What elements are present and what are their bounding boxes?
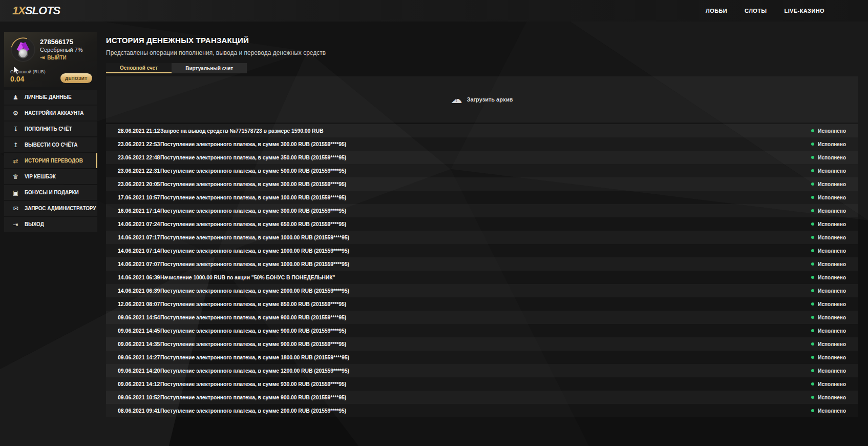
sidebar-item-account-settings[interactable]: ⚙ НАСТРОЙКИ АККАУНТА xyxy=(4,106,97,120)
transaction-description: Поступление электронного платежа, в сумм… xyxy=(160,368,811,374)
transaction-status: Исполнено xyxy=(811,208,858,214)
transaction-description: Поступление электронного платежа, в сумм… xyxy=(160,181,811,187)
transaction-date: 14.06.2021 07:07 xyxy=(118,261,160,267)
transaction-row: 08.06.2021 09:41 Поступление электронног… xyxy=(106,404,858,417)
status-dot-icon xyxy=(811,369,814,372)
transaction-date: 12.06.2021 08:07 xyxy=(118,301,160,307)
transaction-description: Поступление электронного платежа, в сумм… xyxy=(160,141,811,147)
transfer-icon: ⇄ xyxy=(11,157,20,165)
transaction-description: Поступление электронного платежа, в сумм… xyxy=(160,248,811,254)
status-dot-icon xyxy=(811,382,814,386)
deposit-button[interactable]: ДЕПОЗИТ xyxy=(60,73,92,83)
transaction-status: Исполнено xyxy=(811,155,858,160)
transaction-status: Исполнено xyxy=(811,195,858,200)
transaction-status: Исполнено xyxy=(811,301,858,307)
status-dot-icon xyxy=(811,289,814,292)
nav-item-lobby[interactable]: ЛОББИ xyxy=(706,8,727,14)
archive-panel: ☁↓ Загрузить архив xyxy=(106,76,858,123)
tab-main-account[interactable]: Основной счет xyxy=(106,63,172,73)
transaction-row: 23.06.2021 22:48 Поступление электронног… xyxy=(106,151,858,164)
status-dot-icon xyxy=(811,236,814,239)
transaction-date: 09.06.2021 14:20 xyxy=(118,368,160,374)
transaction-row: 14.06.2021 06:39 Поступление электронног… xyxy=(106,284,858,297)
transaction-date: 09.06.2021 14:27 xyxy=(118,354,160,360)
transaction-description: Поступление электронного платежа, в сумм… xyxy=(160,341,811,347)
sidebar-item-personal-data[interactable]: ♟ ЛИЧНЫЕ ДАННЫЕ xyxy=(4,90,97,105)
transaction-status: Исполнено xyxy=(811,248,858,254)
nav-item-live-casino[interactable]: LIVE-КАЗИНО xyxy=(785,8,824,14)
transaction-date: 09.06.2021 14:45 xyxy=(118,328,160,334)
transaction-status: Исполнено xyxy=(811,328,858,334)
sidebar-item-admin-request[interactable]: ✉ ЗАПРОС АДМИНИСТРАТОРУ xyxy=(4,201,97,216)
site-logo[interactable]: 1XSLOTS xyxy=(12,4,60,17)
transaction-date: 14.06.2021 06:39 xyxy=(118,288,160,294)
transaction-status: Исполнено xyxy=(811,261,858,267)
status-dot-icon xyxy=(811,316,814,319)
transaction-description: Поступление электронного платежа, в сумм… xyxy=(160,394,811,400)
sidebar-item-logout[interactable]: ⇥ ВЫХОД xyxy=(4,217,97,232)
transaction-date: 09.06.2021 14:35 xyxy=(118,341,160,347)
status-dot-icon xyxy=(811,143,814,146)
transaction-date: 09.06.2021 10:52 xyxy=(118,394,160,400)
transaction-description: Поступление электронного платежа, в сумм… xyxy=(160,408,811,414)
status-dot-icon xyxy=(811,183,814,186)
transaction-description: Поступление электронного платежа, в сумм… xyxy=(160,168,811,174)
transaction-description: Поступление электронного платежа, в сумм… xyxy=(160,381,811,387)
transaction-description: Поступление электронного платежа, в сумм… xyxy=(160,354,811,360)
archive-label: Загрузить архив xyxy=(467,96,513,103)
transaction-status: Исполнено xyxy=(811,141,858,147)
user-icon: ♟ xyxy=(11,94,20,101)
gear-icon: ⚙ xyxy=(11,110,20,117)
sidebar-item-bonuses[interactable]: ▣ БОНУСЫ И ПОДАРКИ xyxy=(4,185,97,200)
transaction-row: 14.06.2021 07:24 Поступление электронног… xyxy=(106,217,858,231)
transaction-row: 17.06.2021 10:57 Поступление электронног… xyxy=(106,191,858,204)
transaction-date: 09.06.2021 14:54 xyxy=(118,314,160,320)
transaction-status: Исполнено xyxy=(811,221,858,227)
status-dot-icon xyxy=(811,196,814,199)
transaction-row: 14.06.2021 06:39 Начисление 1000.00 RUB … xyxy=(106,271,858,284)
status-dot-icon xyxy=(811,222,814,226)
transaction-row: 14.06.2021 07:14 Поступление электронног… xyxy=(106,244,858,257)
status-dot-icon xyxy=(811,249,814,252)
sidebar-item-withdraw[interactable]: ↥ ВЫВЕСТИ СО СЧЁТА xyxy=(4,137,97,152)
transaction-description: Поступление электронного платежа, в сумм… xyxy=(160,221,811,227)
status-dot-icon xyxy=(811,156,814,159)
transaction-status: Исполнено xyxy=(811,181,858,187)
sidebar-menu: ♟ ЛИЧНЫЕ ДАННЫЕ ⚙ НАСТРОЙКИ АККАУНТА ↧ П… xyxy=(4,90,97,232)
logo-1x: 1X xyxy=(12,4,25,17)
transaction-row: 23.06.2021 20:05 Поступление электронног… xyxy=(106,177,858,191)
transaction-status: Исполнено xyxy=(811,368,858,374)
transaction-description: Поступление электронного платежа, в сумм… xyxy=(160,301,811,307)
transaction-date: 16.06.2021 17:14 xyxy=(118,208,160,214)
sidebar-item-vip-cashback[interactable]: ♛ VIP КЕШБЭК xyxy=(4,169,97,184)
sidebar-item-transfer-history[interactable]: ⇄ ИСТОРИЯ ПЕРЕВОДОВ xyxy=(4,153,97,168)
transaction-status: Исполнено xyxy=(811,315,858,320)
account-tabs: Основной счет Виртуальный счет xyxy=(106,63,858,73)
page-subtitle: Представлены операции пополнения, вывода… xyxy=(106,49,858,56)
balance-value: 0.04 xyxy=(10,75,46,83)
transaction-status: Исполнено xyxy=(811,355,858,360)
transaction-description: Поступление электронного платежа, в сумм… xyxy=(160,328,811,334)
tab-virtual-account[interactable]: Виртуальный счет xyxy=(172,63,247,73)
transaction-status: Исполнено xyxy=(811,341,858,347)
transactions-table: 28.06.2021 21:12 Запрос на вывод средств… xyxy=(106,124,858,417)
transaction-row: 09.06.2021 14:35 Поступление электронног… xyxy=(106,337,858,351)
mouse-cursor-icon xyxy=(13,66,20,76)
cloud-download-icon: ☁↓ xyxy=(451,94,462,105)
logout-link[interactable]: ⇥ ВЫЙТИ xyxy=(40,54,83,61)
transaction-description: Поступление электронного платежа, в сумм… xyxy=(160,194,811,200)
logo-slots: SLOTS xyxy=(25,4,60,17)
profile-card: 278566175 Серебряный 7% ⇥ ВЫЙТИ Основной… xyxy=(4,32,97,87)
withdraw-icon: ↥ xyxy=(11,141,20,149)
transaction-status: Исполнено xyxy=(811,168,858,174)
transaction-description: Поступление электронного платежа, в сумм… xyxy=(160,288,811,294)
transaction-row: 09.06.2021 10:52 Поступление электронног… xyxy=(106,391,858,404)
sidebar-item-deposit[interactable]: ↧ ПОПОЛНИТЬ СЧЁТ xyxy=(4,121,97,136)
nav-item-slots[interactable]: СЛОТЫ xyxy=(745,8,767,14)
medal-icon xyxy=(12,38,34,61)
status-dot-icon xyxy=(811,129,814,132)
transaction-row: 09.06.2021 14:45 Поступление электронног… xyxy=(106,324,858,337)
download-archive-link[interactable]: ☁↓ Загрузить архив xyxy=(451,94,513,105)
transaction-row: 14.06.2021 07:17 Поступление электронног… xyxy=(106,231,858,244)
transaction-date: 14.06.2021 07:17 xyxy=(118,234,160,240)
